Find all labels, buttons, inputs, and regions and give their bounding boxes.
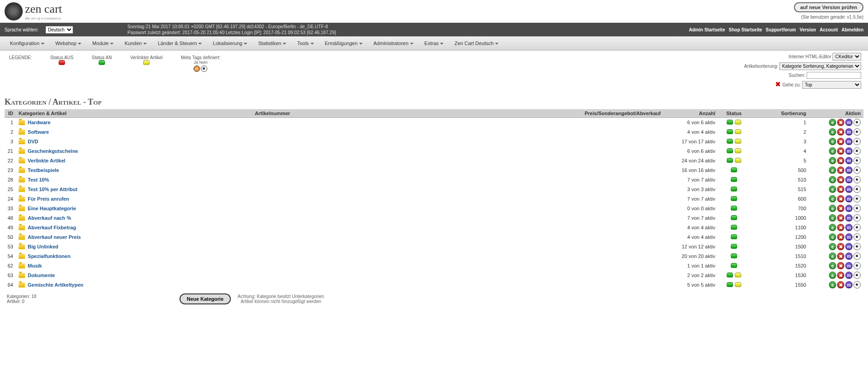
table-row[interactable]: 28 Test 10%7 von 7 aktiv 510e✖m <box>5 175 863 185</box>
delete-icon[interactable]: ✖ <box>837 281 844 288</box>
status-on-icon[interactable] <box>731 263 737 268</box>
menu-item[interactable]: Webshop <box>50 39 87 48</box>
move-icon[interactable]: m <box>845 214 853 222</box>
language-select[interactable]: Deutsch <box>45 26 73 34</box>
delete-icon[interactable]: ✖ <box>837 176 844 183</box>
delete-icon[interactable]: ✖ <box>837 253 844 260</box>
check-version-button[interactable]: auf neue Version prüfen <box>794 2 863 12</box>
status-on-icon[interactable] <box>727 158 733 163</box>
delete-icon[interactable]: ✖ <box>837 262 844 269</box>
status-on-icon[interactable] <box>727 129 733 134</box>
edit-icon[interactable]: e <box>829 119 836 126</box>
status-on-icon[interactable] <box>727 148 733 153</box>
menu-item[interactable]: Konfiguration <box>5 39 50 48</box>
reset-icon[interactable]: ✖ <box>775 81 781 88</box>
edit-icon[interactable]: e <box>829 176 836 183</box>
edit-icon[interactable]: e <box>829 128 836 136</box>
new-category-button[interactable]: Neue Kategorie <box>180 293 231 304</box>
meta-icon[interactable] <box>853 195 861 202</box>
status-on-icon[interactable] <box>731 206 737 211</box>
category-link[interactable]: Test 10% per Attribut <box>28 187 77 192</box>
move-icon[interactable]: m <box>845 262 853 269</box>
table-row[interactable]: 22 Verlinkte Artikel24 von 24 aktiv 5e✖m <box>5 156 863 166</box>
category-link[interactable]: Gemischte Artikeltypen <box>28 282 83 288</box>
category-link[interactable]: Eine Hauptkategorie <box>28 206 76 211</box>
meta-icon[interactable] <box>853 224 861 231</box>
table-row[interactable]: 3 DVD17 von 17 aktiv 3e✖m <box>5 137 863 147</box>
category-link[interactable]: Hardware <box>28 120 50 125</box>
goto-select[interactable]: Top <box>802 81 861 89</box>
category-link[interactable]: Abverkauf Fixbetrag <box>28 225 76 230</box>
table-row[interactable]: 64 Gemischte Artikeltypen5 von 5 aktiv 1… <box>5 280 863 290</box>
meta-icon[interactable] <box>853 138 861 145</box>
meta-icon[interactable] <box>853 272 861 279</box>
table-row[interactable]: 54 Spezialfunktionen20 von 20 aktiv 1510… <box>5 252 863 261</box>
meta-icon[interactable] <box>853 253 861 260</box>
move-icon[interactable]: m <box>845 243 853 250</box>
table-row[interactable]: 21 Geschenkgutscheine6 von 6 aktiv 4e✖m <box>5 147 863 156</box>
menu-item[interactable]: Tools <box>292 39 319 48</box>
table-row[interactable]: 25 Test 10% per Attribut3 von 3 aktiv 51… <box>5 185 863 194</box>
meta-icon[interactable] <box>853 243 861 250</box>
edit-icon[interactable]: e <box>829 253 836 260</box>
menu-item[interactable]: Extras <box>419 39 449 48</box>
status-on-icon[interactable] <box>731 177 737 182</box>
move-icon[interactable]: m <box>845 176 853 183</box>
meta-icon[interactable] <box>853 128 861 136</box>
delete-icon[interactable]: ✖ <box>837 167 844 174</box>
status-on-icon[interactable] <box>727 273 733 278</box>
category-link[interactable]: Musik <box>28 263 42 268</box>
move-icon[interactable]: m <box>845 253 853 260</box>
category-link[interactable]: Software <box>28 129 49 135</box>
category-link[interactable]: Abverkauf nach % <box>28 215 71 221</box>
delete-icon[interactable]: ✖ <box>837 147 844 155</box>
search-input[interactable] <box>807 72 861 79</box>
category-link[interactable]: Dokumente <box>28 273 55 278</box>
move-icon[interactable]: m <box>845 233 853 241</box>
meta-icon[interactable] <box>853 176 861 183</box>
move-icon[interactable]: m <box>845 205 853 212</box>
edit-icon[interactable]: e <box>829 167 836 174</box>
edit-icon[interactable]: e <box>829 157 836 164</box>
editor-select[interactable]: CKeditor <box>833 53 861 61</box>
status-on-icon[interactable] <box>731 215 737 220</box>
edit-icon[interactable]: e <box>829 272 836 279</box>
edit-icon[interactable]: e <box>829 233 836 241</box>
menu-item[interactable]: Administratoren <box>368 39 419 48</box>
nav-link[interactable]: Supportforum <box>766 27 796 32</box>
table-row[interactable]: 1 Hardware6 von 6 aktiv 1e✖m <box>5 118 863 127</box>
status-on-icon[interactable] <box>731 253 737 258</box>
menu-item[interactable]: Statistiken <box>253 39 292 48</box>
category-link[interactable]: Geschenkgutscheine <box>28 148 78 154</box>
category-link[interactable]: DVD <box>28 139 38 144</box>
menu-item[interactable]: Kunden <box>119 39 152 48</box>
delete-icon[interactable]: ✖ <box>837 233 844 241</box>
status-on-icon[interactable] <box>731 196 737 201</box>
move-icon[interactable]: m <box>845 138 853 145</box>
edit-icon[interactable]: e <box>829 281 836 288</box>
table-row[interactable]: 63 Dokumente2 von 2 aktiv 1530e✖m <box>5 271 863 280</box>
move-icon[interactable]: m <box>845 186 853 193</box>
nav-link[interactable]: Shop Startseite <box>729 27 762 32</box>
move-icon[interactable]: m <box>845 157 853 164</box>
category-link[interactable]: Test 10% <box>28 177 49 182</box>
delete-icon[interactable]: ✖ <box>837 214 844 222</box>
nav-link[interactable]: Version <box>800 27 816 32</box>
edit-icon[interactable]: e <box>829 186 836 193</box>
edit-icon[interactable]: e <box>829 224 836 231</box>
status-on-icon[interactable] <box>731 244 737 249</box>
nav-link[interactable]: Admin Startseite <box>689 27 725 32</box>
nav-link[interactable]: Abmelden <box>842 27 863 32</box>
table-row[interactable]: 48 Abverkauf nach %7 von 7 aktiv 1000e✖m <box>5 213 863 223</box>
meta-icon[interactable] <box>853 119 861 126</box>
category-link[interactable]: Big Unlinked <box>28 244 58 249</box>
category-link[interactable]: Abverkauf neuer Preis <box>28 234 81 240</box>
menu-item[interactable]: Lokalisierung <box>207 39 253 48</box>
edit-icon[interactable]: e <box>829 205 836 212</box>
meta-icon[interactable] <box>853 157 861 164</box>
move-icon[interactable]: m <box>845 147 853 155</box>
edit-icon[interactable]: e <box>829 147 836 155</box>
menu-item[interactable]: Länder & Steuern <box>152 39 207 48</box>
menu-item[interactable]: Zen Cart Deutsch <box>449 39 504 48</box>
edit-icon[interactable]: e <box>829 262 836 269</box>
